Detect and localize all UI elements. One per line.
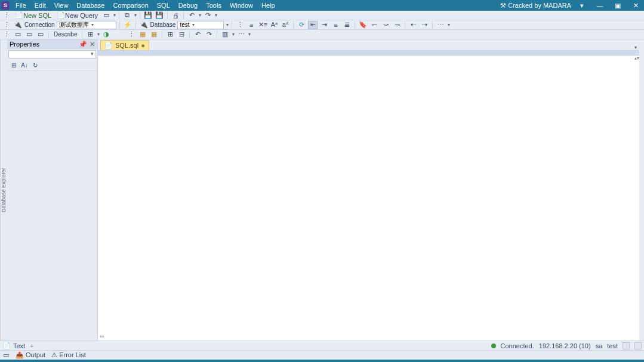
statusbar: Ready Ln 1 Col 1 Ch 1 [0,360,644,362]
menu-file[interactable]: File [12,1,30,10]
tb3-c6[interactable]: ↷ [204,30,214,39]
file-icon: 📄 [104,42,113,49]
connection-status-label: Connected. [501,342,534,349]
indent-button[interactable]: ⇢ [420,21,429,29]
app-icon: S [1,1,10,10]
toolbar-row-2: ⋮ 🔌 Connection 测试数据库 ⚡ 🔌 Database test ▾… [0,20,644,30]
tb3-c5[interactable]: ↶ [193,30,202,39]
connection-host-label: 192.168.2.20 (10) [539,342,591,349]
properties-title: Properties [10,41,39,48]
minimize-button[interactable]: — [593,2,607,9]
add-tab-button[interactable]: + [30,342,33,349]
outdent-button[interactable]: ⇠ [408,21,418,29]
tb3-c2[interactable]: ▦ [149,30,159,39]
more-icon[interactable]: ⋯ [436,21,445,29]
open-button[interactable]: ▭ [101,11,111,20]
text-tab[interactable]: 📄 Text [2,342,25,349]
tb3-btn-a[interactable]: ⊞ [85,30,95,39]
grip-icon: ⋮ [2,30,11,39]
align-left-button[interactable]: ≡ [331,21,340,29]
titlebar: S File Edit View Database Comparison SQL… [0,0,644,11]
save-button[interactable]: 💾 [143,11,153,20]
tb3-c4[interactable]: ⊟ [177,30,186,39]
menu-database[interactable]: Database [73,1,108,10]
uncomment-button[interactable]: ✕≡ [258,21,267,29]
tb3-c7[interactable]: ▥ [220,30,230,39]
undo-button[interactable]: ↶ [187,11,196,20]
menu-sql[interactable]: SQL [153,1,174,10]
run-icon[interactable]: ⚡ [123,21,133,29]
tab-overflow-icon[interactable]: ▾ [634,45,637,50]
redo-button[interactable]: ↷ [203,11,212,20]
bookmark-next-button[interactable]: ⤻ [381,21,390,29]
refresh-button[interactable]: ⟳ [297,21,306,29]
stop-button[interactable]: ▭ [36,30,45,39]
panel-close-icon[interactable]: ✕ [90,41,95,48]
properties-object-combo[interactable] [8,50,96,58]
indent-right-button[interactable]: ⇥ [319,21,329,29]
grip-icon: ⋮ [2,11,11,20]
new-query-button[interactable]: 📄 New Query [55,11,100,20]
align-button[interactable]: ≣ [342,21,352,29]
menu-edit[interactable]: Edit [31,1,50,10]
prop-categorized-icon[interactable]: ⊞ [10,61,18,69]
indent-left-button[interactable]: ⇤ [308,21,318,29]
grip-icon: ⋮ [235,21,245,29]
bookmark-clear-button[interactable]: ⤼ [392,21,402,29]
close-button[interactable]: ✕ [628,2,643,10]
database-label: Database [150,21,176,28]
left-margin-icon[interactable]: ▭ [2,352,10,358]
execute-button[interactable]: ▭ [13,30,23,39]
properties-header: Properties 📌✕ [7,39,97,49]
prop-refresh-icon[interactable]: ↻ [31,61,39,69]
menu-window[interactable]: Window [226,1,257,10]
split-horizontal-icon[interactable]: ⇔ [100,333,104,339]
tb3-c1[interactable]: ▦ [138,30,147,39]
tb3-c8[interactable]: ⋯ [236,30,246,39]
connection-status-icon [491,344,496,348]
pin-icon[interactable]: 📌 [79,41,87,48]
comment-button[interactable]: ≡ [246,21,256,29]
cracked-label: ⚒ Cracked by MADARA [500,2,571,10]
menu-tools[interactable]: Tools [202,1,225,10]
menubar: File Edit View Database Comparison SQL D… [12,1,500,10]
title-dropdown-icon[interactable]: ▾ [575,2,589,10]
editor-tabstrip: 📄 SQL.sql ● ▾ [98,39,639,51]
toolbar-row-1: ⋮ 📄 New SQL 📄 New Query ▭▾ ⧉▾ 💾 💾 🖨 ↶▾ ↷… [0,11,644,20]
tb3-btn-b[interactable]: ◑ [101,30,111,39]
tb3-c3[interactable]: ⊞ [165,30,175,39]
grip-icon: ⋮ [2,21,11,29]
describe-button[interactable]: Describe [52,30,79,39]
execute-current-button[interactable]: ▭ [24,30,34,39]
output-tab[interactable]: 📤 Output [16,351,45,359]
layout-toggle-2[interactable] [634,342,642,349]
database-combo[interactable]: test [177,21,224,29]
prop-alphabetical-icon[interactable]: A↓ [20,61,29,69]
connection-combo[interactable]: 测试数据库 [57,21,116,29]
print-button[interactable]: 🖨 [171,11,180,20]
bookmark-button[interactable]: 🔖 [358,21,368,29]
sql-editor-textarea[interactable]: ▴▾ ⇔ [98,55,639,341]
copy-icon[interactable]: ⧉ [122,11,132,20]
layout-toggle-1[interactable] [623,342,630,349]
menu-view[interactable]: View [51,1,72,10]
database-explorer-tab[interactable]: Database Explorer [0,39,7,341]
body-area: Database Explorer Properties 📌✕ ⊞ A↓ ↻ 📄… [0,39,644,341]
file-tab-name: SQL.sql [115,42,138,49]
lowercase-button[interactable]: aᴬ [281,21,290,29]
menu-debug[interactable]: Debug [175,1,201,10]
maximize-button[interactable]: ▣ [611,2,625,10]
scroll-split-icon[interactable]: ▴▾ [634,55,639,61]
errorlist-tab[interactable]: ⚠ Error List [51,351,86,359]
toolbar-row-3: ⋮ ▭ ▭ ▭ Describe ⊞▾ ◑ ⋮ ▦ ▦ ⊞ ⊟ ↶ ↷ ▥▾ ⋯… [0,30,644,39]
file-tab-sql[interactable]: 📄 SQL.sql ● [100,40,149,50]
bookmark-prev-button[interactable]: ⤺ [369,21,379,29]
connection-db-label: test [607,342,618,349]
save-all-button[interactable]: 💾 [155,11,164,20]
menu-help[interactable]: Help [258,1,279,10]
uppercase-button[interactable]: Aᵃ [269,21,279,29]
new-sql-button[interactable]: 📄 New SQL [13,11,53,20]
output-strip: ▭ 📤 Output ⚠ Error List [0,350,644,360]
menu-comparison[interactable]: Comparison [109,1,152,10]
editor-ruler [98,51,639,55]
